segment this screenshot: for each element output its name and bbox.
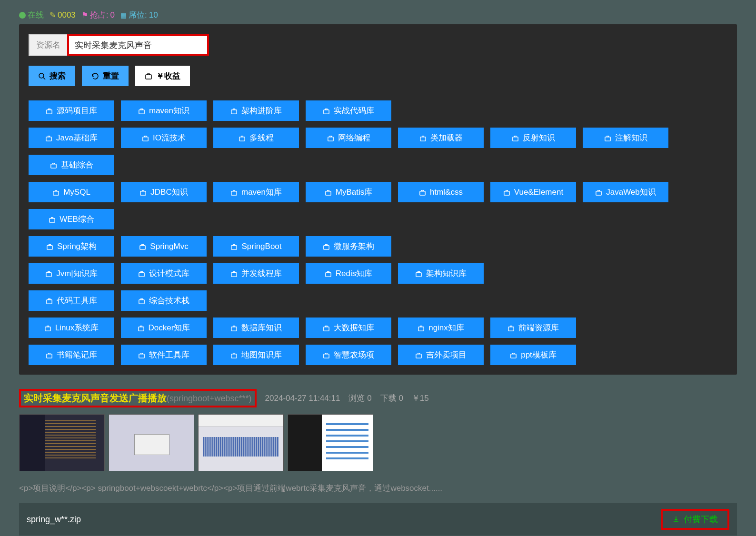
- thumbnail-2[interactable]: [109, 414, 194, 471]
- thumbnail-4[interactable]: [288, 414, 373, 471]
- tag-button[interactable]: Vue&Element: [490, 182, 576, 202]
- briefcase-icon: [419, 134, 427, 142]
- tag-button[interactable]: 前端资源库: [490, 318, 576, 338]
- tag-button[interactable]: WEB综合: [29, 209, 114, 229]
- tag-button[interactable]: 基础综合: [29, 155, 114, 175]
- tag-button[interactable]: 源码项目库: [29, 100, 114, 121]
- tag-label: 前端资源库: [518, 322, 559, 333]
- tag-button[interactable]: html&css: [398, 182, 484, 202]
- tag-button[interactable]: SpringMvc: [121, 236, 207, 257]
- tag-button[interactable]: IO流技术: [121, 128, 207, 148]
- tag-label: 架构知识库: [426, 268, 467, 279]
- tag-label: WEB综合: [60, 214, 94, 225]
- tag-button[interactable]: 多线程: [213, 128, 299, 148]
- tag-button[interactable]: 架构知识库: [398, 263, 484, 284]
- briefcase-icon: [138, 351, 145, 359]
- tag-button[interactable]: JavaWeb知识: [583, 182, 668, 202]
- svg-rect-36: [231, 327, 237, 331]
- tag-button[interactable]: Spring架构: [29, 236, 114, 257]
- svg-rect-4: [139, 110, 144, 114]
- tag-button[interactable]: 网络编程: [306, 128, 391, 148]
- briefcase-icon: [46, 297, 53, 305]
- main-panel: 资源名 搜索 重置 ￥收益 源码项目库maven知识架构进阶库实战代码库Java…: [19, 24, 737, 375]
- briefcase-icon: [415, 351, 422, 359]
- income-button[interactable]: ￥收益: [135, 66, 190, 86]
- tag-row: Jvm|知识库设计模式库并发线程库Redis知库架构知识库: [29, 263, 727, 284]
- tag-button[interactable]: nginx知库: [398, 318, 484, 338]
- tag-button[interactable]: 微服务架构: [306, 236, 391, 257]
- svg-rect-3: [47, 110, 52, 114]
- tag-button[interactable]: 设计模式库: [121, 263, 207, 284]
- search-button[interactable]: 搜索: [29, 66, 75, 86]
- svg-rect-25: [231, 246, 237, 249]
- tag-button[interactable]: Redis知库: [306, 263, 391, 284]
- tag-button[interactable]: maven知识: [121, 100, 207, 121]
- svg-rect-12: [512, 137, 517, 141]
- tag-button[interactable]: 类加载器: [398, 128, 484, 148]
- result-views: 浏览 0: [348, 393, 371, 404]
- tag-button[interactable]: ppt模板库: [490, 345, 576, 365]
- briefcase-icon: [230, 188, 238, 197]
- tag-label: 多线程: [249, 132, 274, 143]
- tag-button[interactable]: Java基础库: [29, 128, 114, 148]
- briefcase-icon: [46, 242, 53, 251]
- tag-label: MySQL: [63, 188, 90, 197]
- tag-button[interactable]: 实战代码库: [306, 100, 391, 121]
- tag-label: 网络编程: [338, 132, 370, 143]
- svg-rect-8: [143, 137, 148, 141]
- tag-button[interactable]: Docker知库: [121, 318, 207, 338]
- tag-button[interactable]: 架构进阶库: [213, 100, 299, 121]
- thumbnail-1[interactable]: [19, 414, 105, 471]
- online-label: 在线: [28, 10, 44, 20]
- tag-button[interactable]: JDBC知识: [121, 182, 207, 202]
- tag-button[interactable]: 智慧农场项: [306, 345, 391, 365]
- svg-rect-26: [324, 246, 329, 249]
- edit-count: 0003: [58, 10, 76, 20]
- tag-button[interactable]: 并发线程库: [213, 263, 299, 284]
- tag-button[interactable]: 大数据知库: [306, 318, 391, 338]
- reset-button[interactable]: 重置: [82, 66, 129, 86]
- tag-button[interactable]: Jvm|知识库: [29, 263, 114, 284]
- briefcase-icon: [49, 215, 56, 224]
- briefcase-icon: [139, 188, 147, 197]
- briefcase-icon: [52, 188, 60, 197]
- tag-label: MyBatis库: [336, 187, 372, 198]
- svg-rect-43: [324, 354, 329, 358]
- briefcase-icon: [239, 134, 246, 142]
- briefcase-icon: [138, 324, 145, 332]
- briefcase-icon: [50, 161, 57, 169]
- tag-button[interactable]: 反射知识: [490, 128, 576, 148]
- svg-rect-7: [46, 137, 51, 141]
- tag-button[interactable]: 代码工具库: [29, 290, 114, 311]
- briefcase-icon: [503, 188, 510, 197]
- tag-button[interactable]: 地图知识库: [213, 345, 299, 365]
- tag-label: JDBC知识: [150, 187, 188, 198]
- download-button[interactable]: 付费下载: [672, 514, 718, 525]
- thumbnail-3[interactable]: [198, 414, 284, 471]
- tag-button[interactable]: 数据库知识: [213, 318, 299, 338]
- svg-point-0: [39, 73, 44, 78]
- tag-button[interactable]: 注解知识: [583, 128, 668, 148]
- grab-value: 0: [110, 10, 115, 20]
- svg-rect-30: [326, 273, 331, 277]
- tag-label: 实战代码库: [334, 105, 374, 116]
- search-row: 资源名: [29, 34, 727, 56]
- tag-button[interactable]: 软件工具库: [121, 345, 207, 365]
- tag-button[interactable]: maven知库: [213, 182, 299, 202]
- tag-button[interactable]: Linux系统库: [29, 318, 114, 338]
- status-edit: ✎ 0003: [50, 10, 76, 20]
- tag-button[interactable]: 书籍笔记库: [29, 345, 114, 365]
- briefcase-icon: [323, 107, 330, 115]
- tag-button[interactable]: SpringBoot: [213, 236, 299, 257]
- download-row: spring_w**.zip 付费下载: [19, 503, 737, 536]
- tag-button[interactable]: 综合技术栈: [121, 290, 207, 311]
- tag-button[interactable]: 吉外卖项目: [398, 345, 484, 365]
- search-input[interactable]: [69, 36, 207, 54]
- tag-button[interactable]: MySQL: [29, 182, 114, 202]
- briefcase-icon: [510, 351, 517, 359]
- tag-button[interactable]: MyBatis库: [306, 182, 391, 202]
- svg-rect-41: [139, 354, 144, 358]
- briefcase-icon: [327, 134, 334, 142]
- svg-rect-37: [324, 327, 329, 331]
- briefcase-icon: [512, 134, 519, 142]
